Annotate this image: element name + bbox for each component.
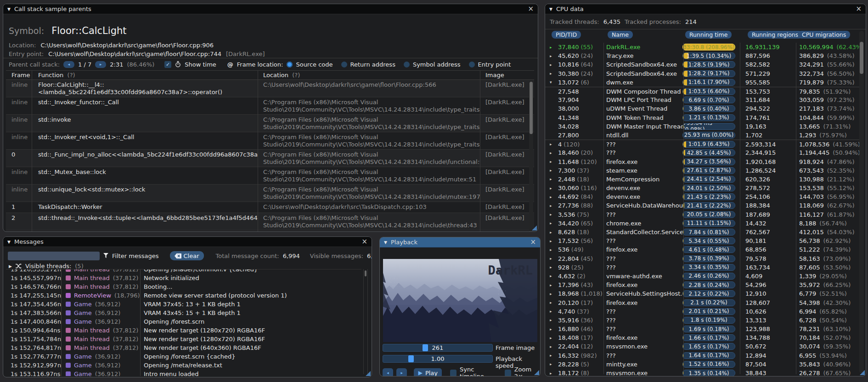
cpu-row[interactable]: ▸17,532(56)???5.34 s (0.55%)90,18156,738… xyxy=(545,236,859,245)
expand-icon[interactable]: ▸ xyxy=(550,221,556,225)
expand-icon[interactable]: ▸ xyxy=(550,203,556,208)
callstack-table-row[interactable]: inlinestd::_Mutex_base::lockC:\Program F… xyxy=(6,167,534,185)
expand-icon[interactable]: ▶ xyxy=(9,264,12,269)
column-header-cpu-migrations[interactable]: CPU migrations xyxy=(798,31,850,39)
expand-icon[interactable]: ▸ xyxy=(550,168,556,173)
cpu-row[interactable]: ▸30,380(24)ScriptedSandbox64.exe1:28.2 (… xyxy=(545,69,859,78)
cpu-row[interactable]: ▸22,404(12)msvsmon.exe1.65 s (0.17%)50,6… xyxy=(545,342,859,351)
cpu-row[interactable]: ▸10,816(64)ScriptedSandbox64.exe1:28.5 (… xyxy=(545,60,859,69)
cpu-row[interactable]: ▸18,172(8)msvsmon.exe1.35 s (0.14%)38,84… xyxy=(545,369,859,376)
cpu-row[interactable]: ▸18,968(1,018)ServiceHub.SettingsHost.ex… xyxy=(545,289,859,298)
cpu-row[interactable]: ▸34,420(65)chrome.exe11.11 s (1.15%)14,4… xyxy=(545,219,859,228)
callstack-table-row[interactable]: 3beginthreadex[unknown][ucrtbase.dll] xyxy=(6,230,534,232)
message-row[interactable]: 1s 153,116,97nsGame(36,912)Intro menu lo… xyxy=(6,370,361,376)
message-row[interactable]: 1s 147,255,145nsRemoteView(18,796)Remote… xyxy=(6,291,361,300)
message-row[interactable]: 1s 151,754,784nsMain thread(37,812)New r… xyxy=(6,335,361,343)
cpu-titlebar[interactable]: ▼ CPU data × xyxy=(545,4,866,14)
messages-titlebar[interactable]: ▼ Messages × xyxy=(3,237,372,247)
callstack-table-row[interactable]: 2std::thread::_Invoke<std::tuple<<lambda… xyxy=(6,213,534,230)
column-header-name[interactable]: Name xyxy=(608,31,633,39)
expand-icon[interactable]: ▸ xyxy=(550,318,556,322)
column-header-running-regions[interactable]: Running regions xyxy=(748,31,802,39)
expand-icon[interactable]: ▸ xyxy=(550,195,556,199)
radio-symbol-address[interactable]: Symbol address xyxy=(404,61,461,68)
cpu-row[interactable]: ▸18,460(20)???42.85 s (4.45%)2,344,9151,… xyxy=(545,148,859,157)
message-row[interactable]: 1s 145,557,997nsMain thread(37,812)Netwo… xyxy=(6,274,361,282)
callstack-scrollbar[interactable] xyxy=(529,81,533,232)
playback-titlebar[interactable]: ▼ Playback × xyxy=(380,237,540,247)
message-row[interactable]: 1s 150,994,64nsMain thread(37,812)New re… xyxy=(6,326,361,335)
collapse-icon[interactable]: ▾ xyxy=(550,80,556,84)
expand-icon[interactable]: ▸ xyxy=(550,292,556,296)
cpu-row[interactable]: ▸536(49)firefox.exe4.61 s (0.48%)68,8565… xyxy=(545,245,859,254)
expand-icon[interactable]: ▸ xyxy=(550,283,556,287)
play-button[interactable]: ▶Play xyxy=(414,368,442,376)
cpu-row[interactable]: ▸18,408(17)firefox.exe1.66 s (0.17%)134,… xyxy=(545,333,859,342)
expand-icon[interactable]: ▸ xyxy=(550,265,556,270)
expand-icon[interactable]: ▸ xyxy=(550,159,556,164)
cpu-row[interactable]: ▸30,060(116)devenv.exe24.01 s (2.50%)278… xyxy=(545,184,859,192)
scrollbar-thumb[interactable] xyxy=(365,270,366,276)
expand-icon[interactable]: ▸ xyxy=(550,62,556,67)
close-icon[interactable]: × xyxy=(530,239,536,246)
next-frame-button[interactable]: ▸ xyxy=(396,368,407,376)
expand-icon[interactable]: ▸ xyxy=(550,230,556,235)
collapse-icon[interactable]: ▼ xyxy=(384,240,387,245)
cpu-row[interactable]: 37,904DWM LPC Port Thread6.69 s (0.70%)3… xyxy=(545,96,859,104)
cpu-row[interactable]: ▾13,072(6)dwm.exe1:16.1 (7.90%)955,58571… xyxy=(545,78,859,87)
expand-icon[interactable]: ▸ xyxy=(550,371,556,376)
callstack-table-row[interactable]: 1TaskDispatch::WorkerC:\Users\wolf\Deskt… xyxy=(6,202,534,213)
resize-grip[interactable] xyxy=(534,370,539,375)
resize-grip[interactable] xyxy=(532,225,537,230)
message-row[interactable]: 1s 146,576,766nsMain thread(37,812)Booti… xyxy=(6,282,361,291)
cpu-row[interactable]: ▸8,628(18)StandardCollector.Service.e7.8… xyxy=(545,228,859,236)
collapse-icon[interactable]: ▼ xyxy=(7,240,11,244)
expand-icon[interactable]: ▸ xyxy=(550,309,556,314)
radio-source-code[interactable]: Source code xyxy=(287,61,333,68)
cpu-row[interactable]: 27,800ntdll.dll25.93 ms (0.00%)1,7021,29… xyxy=(545,131,859,140)
close-icon[interactable]: × xyxy=(528,6,534,12)
message-row[interactable]: 1s 120,333,272nsMain thread(37,812)Openi… xyxy=(6,269,361,274)
expand-icon[interactable]: ▸ xyxy=(550,142,556,146)
callstack-table-row[interactable]: 0std::_Func_impl_no_alloc<<lambda_5bc224… xyxy=(6,150,534,167)
show-time-checkbox[interactable]: ✓ xyxy=(164,61,171,68)
cpu-row[interactable]: ▸45,620(24)Tracy.exe1:39.5 (10.34%)887,5… xyxy=(545,51,859,60)
callstack-table-row[interactable]: inlinestd::unique_lock<std::mutex>::lock… xyxy=(6,185,534,202)
close-icon[interactable]: × xyxy=(361,238,367,245)
expand-icon[interactable]: ▸ xyxy=(550,71,556,76)
cpu-row[interactable]: ▸35,916(36)???1.8 s (0.19%)13,3136,728(5… xyxy=(545,316,859,325)
message-row[interactable]: 1s 152,764,817nsMain thread(37,812)New r… xyxy=(6,343,361,352)
expand-icon[interactable]: ▸ xyxy=(550,327,556,331)
column-header-function[interactable]: Function (?) xyxy=(32,72,258,79)
filter-input[interactable] xyxy=(8,252,100,260)
cpu-row[interactable]: ▸928(25)???3.34 s (0.35%)163,73487,605(5… xyxy=(545,263,859,272)
expand-icon[interactable]: ▸ xyxy=(550,256,556,261)
expand-icon[interactable]: ▸ xyxy=(550,54,556,58)
column-header-pid-tid[interactable]: PID/TID xyxy=(552,31,581,39)
expand-icon[interactable]: ▸ xyxy=(550,212,556,217)
close-icon[interactable]: × xyxy=(856,6,862,12)
expand-icon[interactable]: ▸ xyxy=(550,151,556,155)
cpu-row[interactable]: ▸4,740(37)???2.01 s (0.21%)10,6266,994(6… xyxy=(545,307,859,316)
cpu-row[interactable]: ▸16,332(982)???1.64 s (0.17%)12,8946,955… xyxy=(545,351,859,360)
cpu-row[interactable]: ▸28,228(5)mintty.exe1.52 s (0.16%)87,504… xyxy=(545,360,859,369)
clear-button[interactable]: Clear xyxy=(170,251,204,260)
cpu-row[interactable]: 34,028DWM Master Input Thread799.64 ms (… xyxy=(545,122,859,131)
expand-icon[interactable]: ▸ xyxy=(550,274,556,278)
cpu-row[interactable]: ▸37,840(55)DarkRL.exe33:30.8 (208.96%)16… xyxy=(545,43,859,51)
zoom-2x-checkbox[interactable] xyxy=(505,370,511,376)
cpu-row[interactable]: ▸4,632(2)vmware-authd.exe2.46 s (0.26%)4… xyxy=(545,272,859,281)
expand-icon[interactable]: ▸ xyxy=(550,186,556,191)
cpu-row[interactable]: 41,348DWM Token Thread1.21 s (0.13%)174,… xyxy=(545,113,859,122)
column-header-image[interactable]: Image xyxy=(480,72,534,79)
message-row[interactable]: 1s 152,912,997nsGame(36,912)Opening /met… xyxy=(6,361,361,370)
cpu-row[interactable]: 27,548DWM Compositor Thread1:03.5 (6.60%… xyxy=(545,87,859,96)
playback-frame-image[interactable]: DarkRL . .: .:. . ... :: . . . .: .: . . xyxy=(383,259,537,342)
expand-icon[interactable]: ▸ xyxy=(550,362,556,366)
callstack-titlebar[interactable]: ▼ Call stack sample parents × xyxy=(3,4,538,14)
expand-icon[interactable]: ▸ xyxy=(550,247,556,252)
cpu-row[interactable]: ▸4(120)???1:01.9 (6.43%)2,593,3141,078,5… xyxy=(545,140,859,148)
expand-icon[interactable]: ▸ xyxy=(550,353,556,358)
frame-image-slider[interactable]: 261 xyxy=(383,344,493,352)
cpu-row[interactable]: ▸22,804(45)???3.78 s (0.39%)79,57858,163… xyxy=(545,254,859,263)
